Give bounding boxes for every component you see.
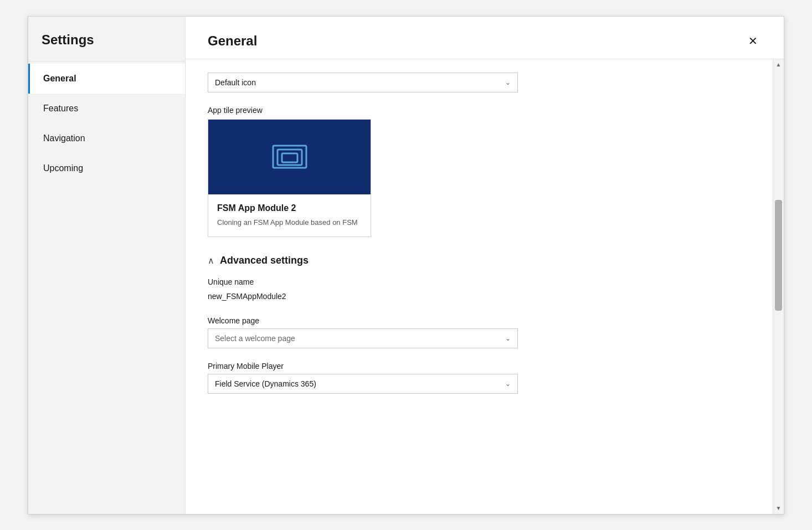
tile-info: FSM App Module 2 Cloning an FSM App Modu… bbox=[208, 194, 371, 236]
collapse-icon: ∧ bbox=[208, 255, 214, 266]
welcome-page-placeholder: Select a welcome page bbox=[215, 334, 295, 343]
tile-description: Cloning an FSM App Module based on FSM bbox=[217, 218, 362, 228]
app-tile-preview-label: App tile preview bbox=[208, 106, 764, 115]
welcome-page-label: Welcome page bbox=[208, 316, 764, 325]
main-body: Default icon ⌄ App tile preview bbox=[186, 59, 784, 514]
icon-dropdown-value: Default icon bbox=[215, 78, 256, 87]
advanced-settings-section: ∧ Advanced settings Unique name new_FSMA… bbox=[208, 255, 764, 394]
primary-mobile-player-group: Primary Mobile Player Field Service (Dyn… bbox=[208, 362, 764, 394]
tile-image bbox=[208, 120, 371, 194]
advanced-settings-title: Advanced settings bbox=[220, 255, 309, 266]
welcome-page-group: Welcome page Select a welcome page ⌄ bbox=[208, 316, 764, 348]
chevron-down-icon: ⌄ bbox=[505, 79, 511, 86]
unique-name-value: new_FSMAppModule2 bbox=[208, 290, 764, 303]
tile-icon bbox=[270, 140, 309, 173]
advanced-settings-header[interactable]: ∧ Advanced settings bbox=[208, 255, 764, 266]
scroll-up-arrow[interactable]: ▲ bbox=[773, 59, 784, 70]
unique-name-label: Unique name bbox=[208, 277, 764, 286]
sidebar-item-navigation[interactable]: Navigation bbox=[28, 124, 185, 153]
close-button[interactable]: ✕ bbox=[744, 32, 762, 50]
settings-modal: Settings General Features Navigation Upc… bbox=[28, 16, 784, 514]
primary-mobile-player-label: Primary Mobile Player bbox=[208, 362, 764, 371]
sidebar-nav: General Features Navigation Upcoming bbox=[28, 61, 185, 183]
scroll-thumb-area bbox=[773, 70, 784, 503]
main-content: General ✕ Default icon ⌄ App tile previe… bbox=[186, 17, 784, 514]
tile-title: FSM App Module 2 bbox=[217, 203, 362, 213]
sidebar-item-features[interactable]: Features bbox=[28, 94, 185, 124]
sidebar-title: Settings bbox=[28, 17, 185, 61]
primary-mobile-player-dropdown[interactable]: Field Service (Dynamics 365) ⌄ bbox=[208, 374, 518, 394]
close-icon: ✕ bbox=[748, 34, 758, 48]
sidebar: Settings General Features Navigation Upc… bbox=[28, 17, 186, 514]
icon-dropdown[interactable]: Default icon ⌄ bbox=[208, 73, 518, 92]
welcome-page-dropdown[interactable]: Select a welcome page ⌄ bbox=[208, 328, 518, 348]
chevron-down-icon: ⌄ bbox=[505, 380, 511, 388]
chevron-down-icon: ⌄ bbox=[505, 335, 511, 342]
icon-dropdown-group: Default icon ⌄ bbox=[208, 73, 764, 92]
sidebar-item-upcoming[interactable]: Upcoming bbox=[28, 153, 185, 183]
unique-name-group: Unique name new_FSMAppModule2 bbox=[208, 277, 764, 303]
scroll-down-arrow[interactable]: ▼ bbox=[773, 503, 784, 514]
scroll-thumb[interactable] bbox=[775, 200, 782, 311]
main-header: General ✕ bbox=[186, 17, 784, 59]
primary-mobile-player-value: Field Service (Dynamics 365) bbox=[215, 379, 316, 388]
sidebar-item-general[interactable]: General bbox=[28, 64, 185, 94]
page-title: General bbox=[208, 33, 257, 49]
svg-rect-2 bbox=[282, 153, 297, 162]
app-tile-preview-section: App tile preview FSM App Module 2 bbox=[208, 106, 764, 237]
scroll-track: ▲ ▼ bbox=[773, 59, 784, 514]
app-tile: FSM App Module 2 Cloning an FSM App Modu… bbox=[208, 119, 371, 237]
